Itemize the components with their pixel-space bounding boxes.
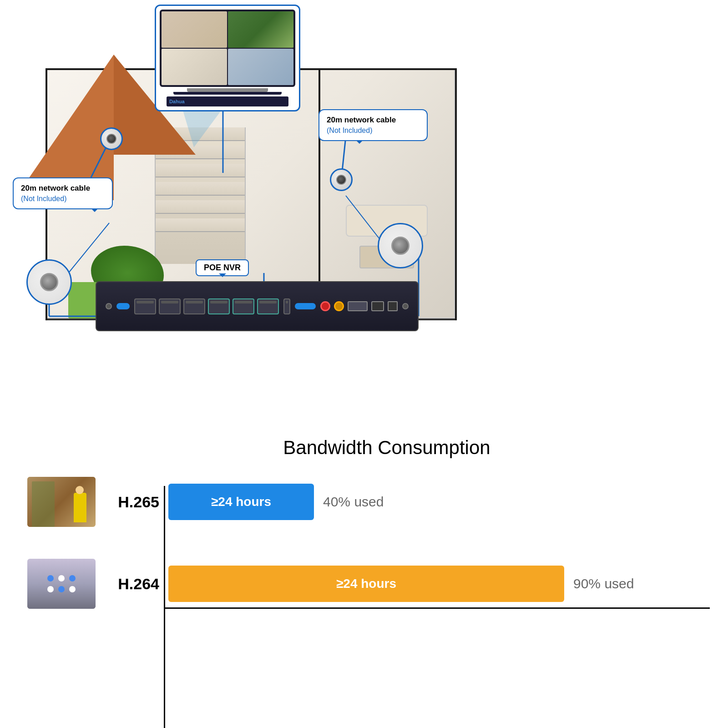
- dot-6: [69, 586, 76, 592]
- camera-circle-left-lens: [40, 273, 58, 291]
- bar-h265: ≥24 hours: [168, 484, 314, 520]
- camera-left-lens: [106, 134, 116, 144]
- nvr-ports: [134, 298, 279, 314]
- person-head-2: [76, 486, 84, 494]
- nvr-brand-text: Dahua: [169, 99, 185, 104]
- nvr-screw-right: [402, 303, 409, 309]
- bar-wrapper-h265: ≥24 hours 40% used: [168, 484, 701, 520]
- cable-left: [116, 303, 130, 309]
- bandwidth-area: Bandwidth Consumption H.265 ≥24 hours: [0, 419, 728, 728]
- bubble-left-subtitle: (Not Included): [21, 194, 105, 204]
- dot-1: [47, 575, 54, 581]
- nvr-port-single: [283, 298, 290, 314]
- camera-right-body: [330, 168, 353, 191]
- percent-h264: 90% used: [573, 576, 634, 592]
- camera-right: [328, 168, 355, 196]
- dots-grid: [38, 566, 85, 602]
- camera-circle-right: [378, 223, 423, 268]
- bar-h264: ≥24 hours: [168, 566, 564, 602]
- nvr-screw-left: [106, 303, 112, 309]
- bubble-right-title: 20m network cable: [327, 115, 420, 126]
- foliage: [32, 481, 55, 527]
- nvr-port-6: [257, 298, 279, 314]
- callout-bubble-right: 20m network cable (Not Included): [318, 109, 428, 141]
- house-wall-right: [455, 68, 457, 320]
- thumbnail-h265: [27, 477, 96, 527]
- diagram-area: Dahua: [0, 0, 728, 400]
- nvr-device: [96, 281, 419, 331]
- nvr-port-4: [208, 298, 230, 314]
- bandwidth-title: Bandwidth Consumption: [73, 437, 701, 459]
- quad-3: [162, 49, 227, 85]
- nvr-port-3: [183, 298, 205, 314]
- bubble-left-title: 20m network cable: [21, 183, 105, 194]
- poe-callout-text: POE NVR: [204, 263, 241, 272]
- thumbnail-h264: [27, 559, 96, 609]
- port-audio-red: [320, 301, 330, 311]
- cable-right: [295, 303, 316, 309]
- stair-6: [156, 218, 245, 232]
- nvr-port-2: [159, 298, 181, 314]
- monitor-base: [173, 92, 282, 95]
- stair-3: [156, 164, 245, 177]
- chart-axis-horizontal: [164, 607, 710, 609]
- port-audio-yellow: [334, 301, 344, 311]
- dot-4: [47, 586, 54, 592]
- quad-2: [228, 11, 293, 48]
- camera-left: [98, 127, 125, 155]
- person-vest: [74, 493, 86, 522]
- dot-2: [58, 575, 65, 581]
- camera-right-lens: [336, 175, 346, 185]
- camera-circle-left: [26, 259, 72, 305]
- poe-callout: POE NVR: [196, 259, 249, 276]
- port-usb: [388, 301, 398, 311]
- dot-3: [69, 575, 76, 581]
- chart-row-h265: H.265 ≥24 hours 40% used: [27, 477, 701, 527]
- nvr-brand-box: Dahua: [167, 96, 288, 106]
- quad-1: [162, 11, 227, 48]
- quad-4: [228, 49, 293, 85]
- camera-circle-right-lens: [391, 237, 410, 255]
- nvr-right-ports: [320, 301, 398, 311]
- callout-bubble-left: 20m network cable (Not Included): [13, 177, 113, 209]
- chart-row-h264: H.264 ≥24 hours 90% used: [27, 559, 701, 609]
- percent-h265: 40% used: [323, 494, 384, 510]
- chart-container: H.265 ≥24 hours 40% used: [27, 477, 701, 609]
- bar-wrapper-h264: ≥24 hours 90% used: [168, 566, 701, 602]
- port-hdmi: [371, 301, 384, 311]
- nvr-port-5: [233, 298, 254, 314]
- stair-4: [156, 182, 245, 196]
- port-vga: [348, 301, 368, 311]
- nvr-port-1: [134, 298, 156, 314]
- monitor-stand: [187, 88, 268, 92]
- codec-label-h265: H.265: [105, 493, 159, 511]
- stair-5: [156, 200, 245, 214]
- bar-h264-label: ≥24 hours: [336, 576, 396, 591]
- camera-left-body: [100, 127, 123, 150]
- monitor-screen: [160, 10, 295, 87]
- codec-label-h264: H.264: [105, 575, 159, 593]
- bubble-right-subtitle: (Not Included): [327, 126, 420, 136]
- monitor-callout: Dahua: [155, 5, 300, 111]
- chart-axis-vertical: [164, 486, 165, 728]
- bar-h265-label: ≥24 hours: [211, 495, 271, 509]
- dot-5: [58, 586, 65, 592]
